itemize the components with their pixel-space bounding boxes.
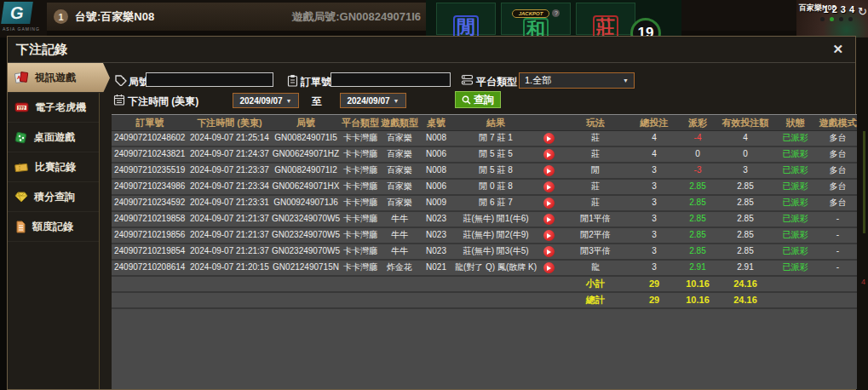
sidebar-item-slot-machines[interactable]: 777 電子老虎機 <box>8 93 99 123</box>
sidebar-item-credit-records[interactable]: 額度記錄 <box>8 212 99 242</box>
game-info-bar: 1 台號:百家樂N08 遊戲局號:GN008249071I6 <box>47 3 426 31</box>
date-to-select[interactable]: 2024/09/07 ▼ <box>340 93 406 108</box>
order-number-input[interactable] <box>331 72 451 87</box>
bet-zone-tie[interactable]: JACKPOT ? 和 <box>501 3 571 35</box>
svg-text:A: A <box>17 75 21 80</box>
background-right-edge: 4 <box>856 37 868 390</box>
play-icon <box>543 181 555 192</box>
cell-round_no: GN008249071I2 <box>271 163 341 180</box>
clipboard-icon <box>287 74 298 87</box>
subtotal-payout: 10.16 <box>676 277 719 293</box>
cell-valid_bet: 2.85 <box>719 244 772 261</box>
seat-number-badge: 1 <box>54 9 68 24</box>
sidebar-item-table-games[interactable]: 桌面遊戲 <box>8 123 99 152</box>
column-header: 遊戲類型 <box>380 114 419 131</box>
total-table_no <box>419 293 453 309</box>
background-glimpse-digit: 4 <box>861 278 865 286</box>
subtotal-platform <box>341 277 380 293</box>
bet-zone-player[interactable]: 閒 <box>436 3 496 35</box>
cell-platform: 卡卡灣廳 <box>341 180 380 196</box>
cell-round_no: GN023249070W5 <box>271 228 341 244</box>
play-video-button[interactable] <box>538 147 559 163</box>
play-video-button[interactable] <box>538 131 559 147</box>
cell-status: 已派彩 <box>772 261 819 277</box>
cell-play_type: 莊 <box>559 147 632 163</box>
sidebar-item-label: 額度記錄 <box>32 220 73 234</box>
betting-records-panel: 下注記錄 ✕ A 視訊遊戲 777 電子老虎機 桌面遊戲 <box>7 36 856 390</box>
cell-table_no: N023 <box>419 244 453 261</box>
brand-logo: G ASIA GAMING <box>3 2 45 36</box>
total-platform <box>341 293 380 309</box>
date-range-to-label: 至 <box>312 95 322 109</box>
play-icon <box>543 133 555 144</box>
cell-total_bet: 3 <box>632 244 676 261</box>
cell-result: 閒 5 莊 5 <box>453 147 538 163</box>
camera-2-button[interactable]: 2 <box>832 4 837 14</box>
camera-4-button[interactable]: 4 <box>849 4 854 14</box>
cell-result: 閒 0 莊 8 <box>453 180 538 196</box>
jackpot-help-icon[interactable]: ? <box>552 9 560 17</box>
play-icon <box>543 149 555 160</box>
cell-bet_time: 2024-09-07 21:21:37 <box>188 228 271 244</box>
cell-platform: 卡卡灣廳 <box>341 244 380 261</box>
cell-result: 龍(對了 Q) 鳳(散牌 K) <box>453 261 538 277</box>
brand-logo-letter: G <box>1 2 33 24</box>
refresh-icon[interactable]: ↻ <box>858 5 867 18</box>
play-video-button[interactable] <box>538 180 559 196</box>
close-button[interactable]: ✕ <box>832 43 843 56</box>
column-header: 平台類型 <box>341 114 380 131</box>
sidebar-item-label: 比賽記錄 <box>35 160 76 175</box>
records-table-area: 訂單號 下注時間 (美東) 局號 平台類型 遊戲類型 桌號 結果 玩法 總投注 … <box>112 114 857 389</box>
total-bet_time <box>188 293 271 309</box>
subtotal-total_bet: 29 <box>632 277 676 293</box>
column-header <box>538 114 559 131</box>
cell-platform: 卡卡灣廳 <box>341 196 380 212</box>
cell-game_type: 百家樂 <box>380 163 419 180</box>
column-header: 狀態 <box>772 114 819 131</box>
cell-status: 已派彩 <box>772 212 819 228</box>
tag-icon <box>115 75 127 86</box>
cell-result: 莊(無牛) 閒3(牛5) <box>453 244 538 261</box>
cell-valid_bet: 2.85 <box>719 228 772 244</box>
cell-total_bet: 3 <box>632 180 676 196</box>
column-header: 下注時間 (美東) <box>188 114 271 131</box>
cell-status: 已派彩 <box>772 228 819 244</box>
background-topbar: G ASIA GAMING 1 台號:百家樂N08 遊戲局號:GN0082490… <box>0 0 868 37</box>
platform-type-select[interactable]: 1.全部 ▼ <box>519 72 635 89</box>
camera-indicator-dots <box>820 17 853 21</box>
cell-result: 莊(無牛) 閒2(牛9) <box>453 228 538 244</box>
sidebar-item-match-records[interactable]: 比賽記錄 <box>8 152 99 182</box>
cell-bet_time: 2024-09-07 21:21:37 <box>188 244 271 261</box>
round-number-input[interactable] <box>146 72 273 87</box>
background-glimpse <box>863 131 865 233</box>
play-video-button[interactable] <box>538 212 559 228</box>
cell-status: 已派彩 <box>772 131 819 147</box>
cell-game_mode: 多台 <box>819 180 857 196</box>
date-from-select[interactable]: 2024/09/07 ▼ <box>233 93 299 108</box>
sidebar-item-video-games[interactable]: A 視訊遊戲 <box>8 63 110 93</box>
game-round-label: 遊戲局號:GN008249071I6 <box>291 9 426 25</box>
camera-1-button[interactable]: 1 <box>824 4 829 14</box>
play-video-button[interactable] <box>538 244 559 261</box>
subtotal-status <box>772 277 819 293</box>
play-video-button[interactable] <box>538 261 559 277</box>
play-icon <box>543 165 555 176</box>
dice-icon <box>14 131 28 144</box>
cell-platform: 卡卡灣廳 <box>341 147 380 163</box>
cell-payout: -4 <box>676 131 719 147</box>
play-video-button[interactable] <box>538 196 559 212</box>
table-name-label: 台號:百家樂N08 <box>75 9 154 25</box>
bet-zone-banker[interactable]: 莊 <box>576 3 635 35</box>
total-play <box>538 293 559 309</box>
search-button[interactable]: 查詢 <box>455 91 501 108</box>
camera-3-button[interactable]: 3 <box>841 4 846 14</box>
column-header: 局號 <box>271 114 341 131</box>
column-header: 總投注 <box>632 114 676 131</box>
play-video-button[interactable] <box>538 228 559 244</box>
subtotal-order_no <box>112 277 188 293</box>
cell-order_no: 240907210219854 <box>112 244 188 261</box>
bet-time-filter-label: 下注時間 (美東) <box>128 95 198 109</box>
play-video-button[interactable] <box>538 163 559 180</box>
sidebar-item-points-inquiry[interactable]: 積分查詢 <box>8 182 99 212</box>
platform-filter-label: 平台類型 <box>476 75 517 89</box>
